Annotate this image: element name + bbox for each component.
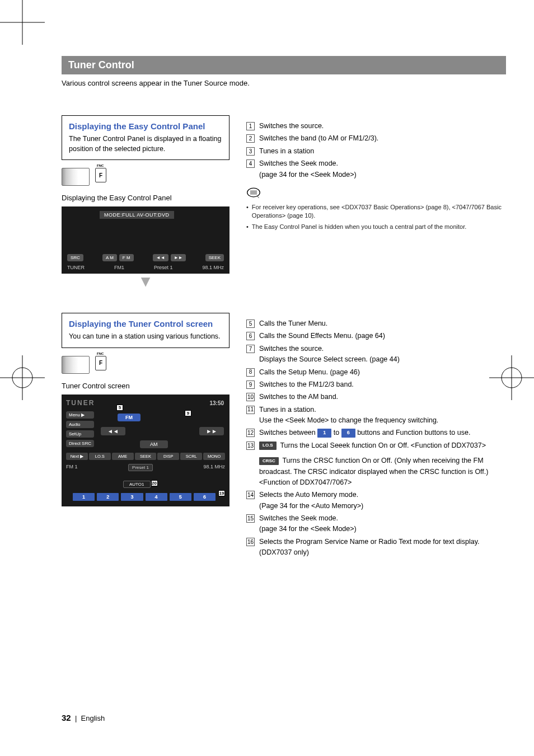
list-num-7: 7 <box>246 345 255 353</box>
section2-desc: You can tune in a station using various … <box>69 332 222 342</box>
fnc-label: FNC <box>97 164 104 167</box>
mode-bar: MODE:FULL AV-OUT:DVD <box>100 211 174 219</box>
down-arrow-icon: ▼ <box>62 273 229 290</box>
callout-20: 20 <box>151 480 158 486</box>
fm1-label: FM1 <box>114 265 124 270</box>
list-text-16: Selects the Program Service Name or Radi… <box>259 537 506 558</box>
preset-1-button[interactable]: 1 <box>73 493 95 501</box>
page-title: Tuner Control <box>62 56 506 74</box>
thumbnail-preview <box>62 168 90 186</box>
easy-control-screen: MODE:FULL AV-OUT:DVD SRC A M F M ◄◄ ►► S… <box>62 206 229 274</box>
next-func-button[interactable]: Next ▶ <box>66 453 88 460</box>
list-num-11: 11 <box>246 406 255 414</box>
fnc-text-2: F <box>99 360 102 366</box>
key-los: LO.S <box>259 442 277 449</box>
list-text-1: Switches the source. <box>259 121 506 132</box>
note-2: The Easy Control Panel is hidden when yo… <box>252 223 466 231</box>
registration-mark-right <box>489 355 534 400</box>
list-text-12: Switches between 1 to 6 buttons and Func… <box>259 428 506 438</box>
list-text-6: Calls the Sound Effects Menu. (page 64) <box>259 331 506 341</box>
preset-5-button[interactable]: 5 <box>170 493 191 501</box>
key-1: 1 <box>317 429 331 438</box>
list-num-15: 15 <box>246 514 255 523</box>
section2-title: Displaying the Tuner Control screen <box>69 319 222 328</box>
menu-tab[interactable]: Menu ▶ <box>66 411 94 419</box>
note-icon <box>246 187 506 200</box>
src-button[interactable]: SRC <box>67 254 83 261</box>
fnc-button[interactable]: FNC F <box>95 168 106 182</box>
section1-desc: The Tuner Control Panel is displayed in … <box>69 134 222 154</box>
seek-func-button[interactable]: SEEK <box>135 453 157 460</box>
preset-status: Preset 1 <box>128 464 153 471</box>
section2-subhead: Tuner Control screen <box>62 382 229 390</box>
page-number: 32 | English <box>62 713 105 722</box>
list-text-15: Switches the Seek mode.(page 34 for the … <box>259 513 506 535</box>
thumbnail-preview-2 <box>62 356 90 374</box>
fm-band-button[interactable]: FM <box>118 414 140 421</box>
list-num-16: 16 <box>246 538 255 546</box>
disp-button[interactable]: DISP <box>157 453 179 460</box>
key-6: 6 <box>341 429 355 438</box>
list-text-11: Tunes in a station.Use the <Seek Mode> t… <box>259 405 506 426</box>
scrl-button[interactable]: SCRL <box>180 453 202 460</box>
setup-tab[interactable]: SetUp <box>66 430 94 438</box>
registration-mark-top <box>0 0 45 45</box>
list-num-9: 9 <box>246 381 255 389</box>
section1-list: 1Switches the source. 2Switches the band… <box>246 121 506 180</box>
tuner-head: TUNER <box>66 399 95 407</box>
list-text-5: Calls the Tuner Menu. <box>259 318 506 329</box>
fnc-button-2[interactable]: FNC F <box>95 356 106 370</box>
note-1: For receiver key operations, see <DDX703… <box>252 203 506 220</box>
list-num-13: 13 <box>246 442 255 450</box>
tuner-control-panel-box: Displaying the Tuner Control screen You … <box>62 313 229 348</box>
next-button[interactable]: ►► <box>171 254 186 261</box>
list-text-4: Switches the Seek mode.(page 34 for the … <box>259 158 506 180</box>
preset-3-button[interactable]: 3 <box>121 493 143 501</box>
freq-label: 98.1 MHz <box>202 265 224 270</box>
los-button[interactable]: LO.S <box>89 453 111 460</box>
ame-button[interactable]: AME <box>112 453 134 460</box>
list-num-14: 14 <box>246 491 255 499</box>
preset-4-button[interactable]: 4 <box>146 493 167 501</box>
list-num-10: 10 <box>246 393 255 401</box>
seek-button[interactable]: SEEK <box>205 254 224 261</box>
list-num-12: 12 <box>246 429 255 437</box>
section2-list: 5Calls the Tuner Menu. 6Calls the Sound … <box>246 318 506 558</box>
list-text-14: Selects the Auto Memory mode.(Page 34 fo… <box>259 490 506 511</box>
list-num-2: 2 <box>246 134 255 143</box>
tuner-control-screen: TUNER 13:50 5 9 Menu ▶ Audio SetUp Direc… <box>62 395 229 506</box>
preset-label: Preset 1 <box>154 265 173 270</box>
tuner-label: TUNER <box>67 265 85 270</box>
am-band-button[interactable]: AM <box>140 440 168 448</box>
section1-subhead: Displaying the Easy Control Panel <box>62 194 229 202</box>
callout-5: 5 <box>116 405 123 411</box>
direct-src-tab[interactable]: Direct SRC <box>66 440 94 447</box>
list-text-10: Switches to the AM band. <box>259 392 506 402</box>
list-text-3: Tunes in a station <box>259 146 506 157</box>
mono-button[interactable]: MONO <box>203 453 225 460</box>
fm-button[interactable]: F M <box>119 254 134 261</box>
list-text-2: Switches the band (to AM or FM1/2/3). <box>259 133 506 144</box>
time-label: 13:50 <box>209 400 224 406</box>
list-text-8: Calls the Setup Menu. (page 46) <box>259 367 506 378</box>
freq-status: 98.1 MHz <box>203 464 225 471</box>
prev-button[interactable]: ◄◄ <box>153 254 168 261</box>
fm1-status: FM 1 <box>66 464 78 471</box>
list-text-7: Switches the source.Displays the Source … <box>259 344 506 365</box>
auto-badge: AUTO1 20 <box>123 481 151 488</box>
list-num-4: 4 <box>246 159 255 168</box>
am-button[interactable]: A M <box>102 254 117 261</box>
list-num-8: 8 <box>246 368 255 377</box>
seek-next-button[interactable]: ►► <box>199 427 224 435</box>
preset-2-button[interactable]: 2 <box>97 493 119 501</box>
intro-text: Various control screens appear in the Tu… <box>62 79 506 87</box>
list-text-9: Switches to the FM1/2/3 band. <box>259 379 506 390</box>
registration-mark-left <box>0 355 45 400</box>
section1-notes: •For receiver key operations, see <DDX70… <box>246 203 506 231</box>
list-num-1: 1 <box>246 122 255 130</box>
preset-6-button[interactable]: 6 <box>194 493 216 501</box>
audio-tab[interactable]: Audio <box>66 421 94 428</box>
easy-control-panel-box: Displaying the Easy Control Panel The Tu… <box>62 115 229 160</box>
seek-prev-button[interactable]: ◄◄ <box>101 427 125 435</box>
callout-19: 19 <box>218 490 225 496</box>
